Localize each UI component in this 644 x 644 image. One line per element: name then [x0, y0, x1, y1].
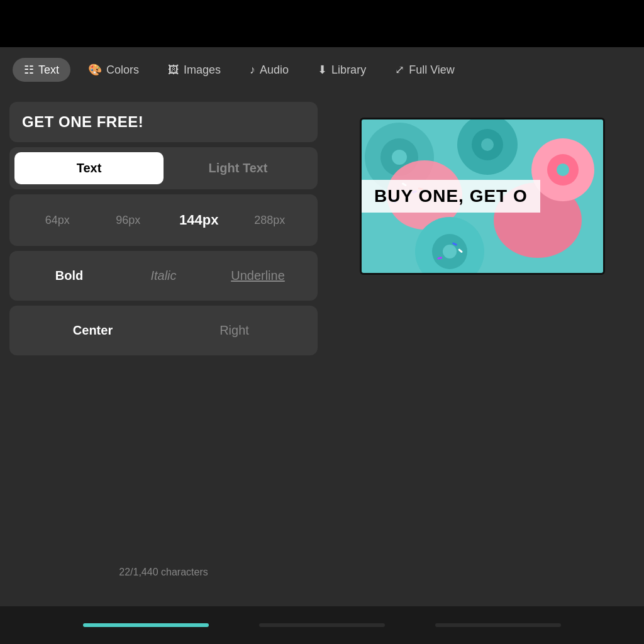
main-content: GET ONE FREE! Text Light Text 64px 96px … [0, 92, 644, 606]
preview-text-overlay: BUY ONE, GET O [362, 180, 540, 213]
nav-label-fullview: Full View [409, 64, 455, 77]
nav-label-colors: Colors [106, 64, 139, 77]
underline-button[interactable]: Underline [211, 262, 305, 289]
align-center-button[interactable]: Center [22, 317, 164, 344]
fullview-icon: ⤢ [395, 63, 404, 77]
bottom-bar [0, 606, 644, 644]
char-count: 22/1,440 characters [0, 360, 327, 597]
fontsize-row: 64px 96px 144px 288px [9, 194, 318, 246]
svg-point-6 [481, 138, 494, 151]
fontsize-96-button[interactable]: 96px [93, 208, 164, 233]
nav-label-audio: Audio [260, 64, 289, 77]
nav-item-audio[interactable]: ♪ Audio [238, 58, 300, 82]
align-right-button[interactable]: Right [164, 317, 305, 344]
audio-icon: ♪ [250, 64, 255, 77]
preview-text-label: BUY ONE, GET O [374, 186, 528, 206]
preview-image: BUY ONE, GET O [362, 119, 603, 273]
fontsize-64-button[interactable]: 64px [22, 208, 93, 233]
colors-icon: 🎨 [88, 63, 102, 77]
fontsize-144-button[interactable]: 144px [164, 206, 235, 235]
library-icon: ⬇ [318, 63, 327, 77]
right-panel: BUY ONE, GET O [327, 92, 644, 606]
nav-item-colors[interactable]: 🎨 Colors [77, 58, 150, 82]
nav-item-library[interactable]: ⬇ Library [306, 58, 377, 82]
nav-label-library: Library [331, 64, 366, 77]
italic-button[interactable]: Italic [116, 262, 211, 289]
top-bar [0, 0, 644, 47]
nav-bar: ☷ Text 🎨 Colors 🖼 Images ♪ Audio ⬇ Libra… [0, 47, 644, 92]
text-content: GET ONE FREE! [22, 113, 143, 131]
bottom-tab-dark [259, 623, 385, 627]
text-input-row[interactable]: GET ONE FREE! [9, 102, 318, 142]
bold-button[interactable]: Bold [22, 262, 116, 289]
alignment-row: Center Right [9, 306, 318, 355]
left-panel: GET ONE FREE! Text Light Text 64px 96px … [0, 92, 327, 606]
svg-point-11 [557, 164, 569, 176]
svg-point-14 [443, 245, 457, 258]
nav-label-text: Text [38, 64, 59, 77]
char-count-label: 22/1,440 characters [119, 567, 208, 578]
nav-item-text[interactable]: ☷ Text [13, 58, 70, 82]
toggle-lighttext-button[interactable]: Light Text [164, 152, 313, 184]
toggle-text-button[interactable]: Text [14, 152, 164, 184]
images-icon: 🖼 [168, 64, 179, 77]
nav-item-fullview[interactable]: ⤢ Full View [384, 58, 466, 82]
nav-label-images: Images [184, 64, 221, 77]
svg-point-3 [392, 150, 407, 165]
fontsize-288-button[interactable]: 288px [235, 208, 306, 233]
nav-item-images[interactable]: 🖼 Images [157, 58, 232, 82]
preview-frame: BUY ONE, GET O [360, 118, 605, 275]
bottom-tab-dark-2 [435, 623, 561, 627]
font-style-row: Bold Italic Underline [9, 251, 318, 301]
text-style-toggle: Text Light Text [9, 147, 318, 189]
text-icon: ☷ [24, 63, 34, 77]
bottom-tab-teal [83, 623, 209, 627]
